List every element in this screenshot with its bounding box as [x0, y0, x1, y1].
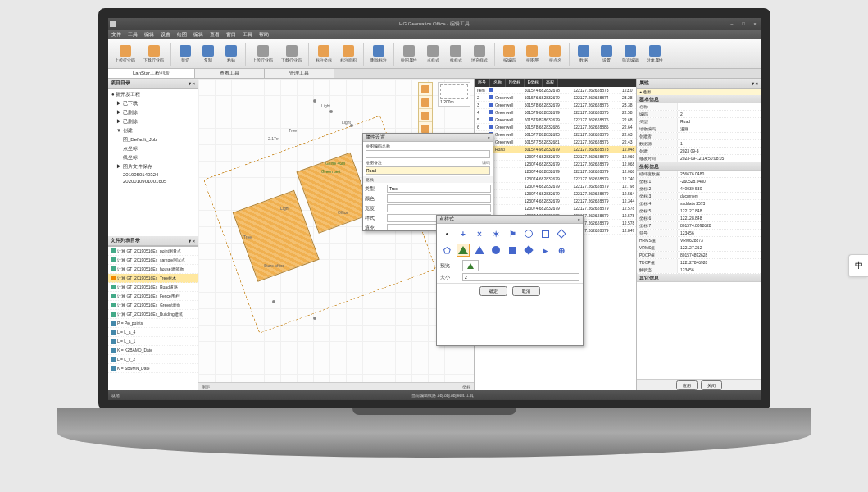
property-row[interactable]: 坐标 1-260528.0480 [637, 178, 761, 185]
field-input[interactable] [387, 194, 491, 203]
attr-code-input[interactable] [366, 166, 490, 175]
property-row[interactable]: 数据源1 [637, 140, 761, 148]
data-column-header[interactable]: N坐标 [506, 79, 525, 87]
ribbon-button[interactable]: 下载行业码 [140, 42, 167, 66]
tree-item[interactable]: ▼ 创建 [110, 126, 196, 135]
data-row[interactable]: 9Road601574.982832679122127.26262887812.… [475, 146, 636, 153]
symbol-option-circle-fill[interactable] [489, 244, 502, 257]
ribbon-button[interactable]: 上传行业码 [249, 42, 276, 66]
symbol-option-pentagon[interactable]: ⬠ [440, 244, 453, 257]
property-row[interactable]: 创建2023 09-8 [637, 148, 761, 155]
property-row[interactable]: PDOP值801574892628 [637, 252, 761, 259]
data-column-header[interactable]: 高程 [543, 79, 558, 87]
ribbon-button[interactable]: 标注面积 [337, 42, 360, 66]
survey-point[interactable] [329, 110, 333, 113]
menu-item[interactable]: 编辑 [193, 31, 203, 39]
file-item[interactable]: 计算 GT_20190516Ex_house建筑物 [108, 265, 198, 274]
symbol-option-star[interactable]: ✶ [489, 227, 502, 240]
property-row[interactable]: 经纬度数据256676.0480 [637, 171, 761, 178]
ribbon-button[interactable]: 对象属性 [643, 42, 666, 66]
property-row[interactable]: 类型Road [637, 118, 761, 125]
property-row[interactable]: 地物编码道路 [637, 125, 761, 133]
tree-item[interactable]: 点坐标 [110, 144, 196, 153]
field-input[interactable] [387, 184, 491, 193]
property-row[interactable]: VRMS值122127.262 [637, 244, 761, 252]
property-row[interactable]: HRMS值VRM628873 [637, 237, 761, 244]
symbol-option-flag[interactable]: ⚑ [506, 227, 519, 240]
data-table-header[interactable]: 序号名称N坐标E坐标高程 [475, 79, 636, 87]
ribbon-button[interactable]: 上传行业码 [111, 42, 139, 66]
menu-item[interactable]: 文件 [111, 31, 121, 39]
property-value[interactable]: 2023-09-12 14:50:08:05 [678, 155, 761, 162]
property-value[interactable]: -260528.0480 [678, 178, 761, 184]
property-row[interactable]: 解状态123456 [637, 266, 761, 274]
ribbon-button[interactable]: 按点名 [544, 42, 566, 66]
property-value[interactable]: 123456 [678, 266, 761, 273]
file-item[interactable]: 计算 GT_20190516Ex_Road道路 [108, 283, 198, 292]
menu-item[interactable]: 查看 [210, 31, 220, 39]
property-value[interactable]: 801574.8092628 [678, 222, 761, 229]
maximize-button[interactable]: □ [739, 21, 748, 26]
symbol-option-triangle-green[interactable] [457, 244, 470, 257]
property-value[interactable]: 122127.848 [678, 207, 761, 214]
file-item[interactable]: 计算 GT_20190516Ex_point测量点 [108, 247, 198, 256]
data-row[interactable]: 5Greenwell601579.878632679122127.2626288… [475, 116, 636, 124]
ribbon-button[interactable]: 筛选编辑 [619, 42, 642, 66]
file-item[interactable]: 计算 GT_20190516Ex_Building建筑 [108, 310, 198, 319]
tree-item[interactable]: 线坐标 [110, 153, 196, 162]
property-row[interactable]: 编码2 [637, 111, 761, 118]
symbol-option-dot[interactable] [440, 227, 453, 240]
ribbon-button[interactable]: 按编码 [498, 42, 520, 66]
data-row[interactable]: 13123074.682832679122127.26262887912.740 [475, 175, 636, 183]
ok-button[interactable]: 确定 [479, 286, 507, 296]
property-value[interactable]: 2023 09-8 [678, 148, 761, 154]
property-value[interactable]: 1 [678, 140, 761, 147]
menu-item[interactable]: 工具 [128, 31, 138, 39]
panel-close-icon[interactable]: ▾ × [189, 80, 195, 86]
attr-name-input[interactable] [366, 150, 490, 158]
file-item[interactable]: K = SB9MN_Date [108, 364, 198, 373]
ribbon-button[interactable]: 删除标注 [367, 42, 390, 66]
ribbon-button[interactable]: 线样式 [445, 42, 466, 66]
canvas-tool-button[interactable] [419, 109, 432, 122]
ribbon-button[interactable]: 点样式 [422, 42, 443, 66]
project-tree[interactable]: ● 新开发工程▶ 已下载▶ 已删除▶ 已删除▼ 创建图_Default_Job点… [108, 89, 198, 236]
ribbon-button[interactable]: 绘图属性 [398, 42, 420, 66]
tree-item[interactable]: 2019050140324 [110, 171, 196, 178]
file-item[interactable]: P = Pe_points [108, 319, 198, 328]
data-row[interactable]: 2Greenwell601576.682832679122127.2626288… [475, 94, 636, 102]
property-value[interactable]: 122127.262 [678, 244, 761, 251]
panel-close-icon[interactable]: ▾ × [752, 80, 758, 86]
symbol-size-input[interactable] [462, 273, 579, 281]
property-value[interactable] [678, 103, 761, 110]
tree-item[interactable]: ▶ 已下载 [110, 99, 196, 108]
survey-point[interactable] [313, 99, 316, 102]
survey-point[interactable] [350, 124, 353, 127]
document-tab[interactable]: 管理工具 [265, 69, 334, 78]
symbol-picker-dialog[interactable]: 点样式 × + × ✶ ⚑ ⬠ [436, 215, 584, 346]
close-button[interactable]: × [751, 21, 759, 26]
apply-button[interactable]: 应用 [676, 380, 698, 390]
data-column-header[interactable]: 名称 [490, 79, 506, 87]
panel-close-icon[interactable]: ▾ × [189, 238, 195, 244]
data-column-header[interactable]: E坐标 [525, 79, 543, 87]
property-row[interactable]: 创建者 [637, 133, 761, 140]
survey-point[interactable] [313, 317, 316, 320]
property-value[interactable]: 122127846928 [678, 259, 761, 266]
menu-item[interactable]: 帮助 [259, 31, 269, 39]
symbol-option-diamond-fill[interactable] [522, 244, 535, 257]
symbol-option-circle-outline[interactable] [522, 227, 535, 240]
language-tab[interactable]: 中 [848, 254, 868, 277]
canvas-tool-button[interactable] [419, 96, 432, 109]
tree-item[interactable]: 图_Default_Job [110, 135, 196, 144]
symbol-option-square-fill[interactable] [506, 244, 519, 257]
property-row[interactable]: 坐标 6122128.848 [637, 215, 761, 222]
symbol-option-triangle-blue[interactable] [473, 244, 486, 257]
file-item[interactable]: L = L_a_4 [108, 328, 198, 337]
symbol-option-cross[interactable]: × [473, 227, 486, 240]
field-input[interactable] [387, 204, 491, 212]
data-row[interactable]: 14123074.682832679122127.26262887912.798 [475, 183, 636, 190]
close-button[interactable]: 关闭 [701, 380, 722, 390]
property-value[interactable]: 801574892628 [678, 252, 761, 258]
data-row[interactable]: 10123074.682832679122127.26262887912.060 [475, 153, 636, 161]
